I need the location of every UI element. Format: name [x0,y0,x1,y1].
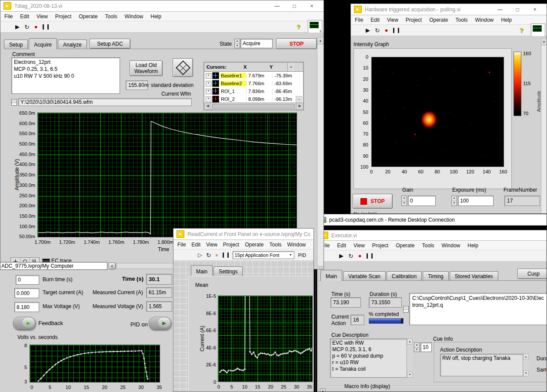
menu-item-file[interactable]: File [355,17,363,23]
tab-main[interactable]: Main [191,265,213,276]
wfm-path-control[interactable]: Y:\2020\10\30\160414.945.wfm [11,98,192,106]
scroll-up-icon[interactable]: ▲ [523,354,529,360]
colorbar[interactable] [514,52,521,116]
menu-item-help[interactable]: Help [150,13,161,20]
run-continuous-icon[interactable]: ↻ [206,252,211,258]
scroll-up-icon[interactable]: ▲ [541,38,547,45]
scroll-down-icon[interactable]: ▼ [407,372,413,378]
run-continuous-icon[interactable]: ↻ [375,27,380,33]
expander-icon[interactable]: + [206,96,211,102]
cusp-button[interactable]: Cusp [517,269,547,279]
abort-icon[interactable]: ● [385,27,388,33]
vi-icon[interactable]: 1 [308,20,322,33]
run-continuous-icon[interactable]: ↻ [348,253,354,259]
spin-up-icon[interactable]: ▲ [320,389,325,392]
cursor-name[interactable]: Baseline1 [220,73,246,78]
menu-item-file[interactable]: File [4,13,13,20]
cue-description-box[interactable]: EVC with RW MCP 0.25, 3.1, 6 p = 60 V pu… [330,339,412,378]
scroll-left-icon[interactable]: ◀ [204,103,211,110]
maximize-icon[interactable]: □ [286,1,303,11]
volts-graph-plot[interactable] [30,345,160,382]
menu-item-edit[interactable]: Edit [20,13,29,20]
close-icon[interactable]: × [526,4,544,15]
tab-stored-variables[interactable]: Stored Variables [450,271,498,281]
cue-path-value[interactable]: C:\CuspControl\Cusp\1_Cues\Electrons\202… [409,293,547,325]
macro-stepper-clipped[interactable]: ▲ [320,389,326,392]
state-field[interactable]: Acquire [240,39,273,48]
menu-item-view[interactable]: View [354,243,365,249]
load-old-waveform-button[interactable]: Load Old Waveform [130,60,163,76]
tab-analyze[interactable]: Analyze [58,40,87,49]
menu-item-operate[interactable]: Operate [79,13,97,20]
menu-item-edit[interactable]: Edit [337,243,346,249]
cursors-horizontal-scrollbar[interactable]: ◀▶ [204,103,303,110]
hw-stop-button[interactable]: STOP [353,194,393,209]
tab-timing[interactable]: Timing [423,271,449,281]
expander-icon[interactable]: + [206,73,211,79]
menu-item-window[interactable]: Window [125,13,143,20]
menu-item-window[interactable]: Window [287,242,306,248]
expander-icon[interactable]: + [206,81,211,86]
vertical-scrollbar[interactable]: ▲ [541,38,547,214]
scroll-up-icon[interactable]: ▲ [317,37,324,44]
maximize-icon[interactable]: □ [509,4,526,15]
menu-item-edit[interactable]: Edit [370,17,380,23]
spin-down-icon[interactable]: ▼ [402,201,407,206]
menu-item-view[interactable]: View [206,242,217,248]
feedback-toggle[interactable]: ▶ [13,317,36,330]
run-icon[interactable]: ▷ [198,252,202,258]
scrollbar-thumb[interactable] [212,104,295,109]
menu-item-window[interactable]: Window [475,17,494,23]
minimize-icon[interactable]: — [268,1,286,11]
menu-item-operate[interactable]: Operate [245,242,263,248]
menu-item-project[interactable]: Project [406,17,422,23]
exposure-stepper[interactable]: ▲ ▼ [451,196,457,206]
menu-item-tools[interactable]: Tools [422,243,434,249]
action-description-box[interactable]: RW off, stop charging Tanaka [440,354,528,376]
run-continuous-icon[interactable]: ↻ [24,24,30,30]
menu-item-edit[interactable]: Edit [191,242,200,248]
exposure-field[interactable]: 100 [458,196,494,206]
help-icon[interactable]: ? [520,27,526,34]
scroll-down-icon[interactable]: ▼ [296,96,302,103]
run-icon[interactable]: ▶ [366,27,370,33]
abort-icon[interactable]: ● [34,24,38,30]
menu-item-tools[interactable]: Tools [270,242,282,248]
menu-item-help[interactable]: Help [467,243,478,249]
tab-setup[interactable]: Setup [4,40,28,49]
cursor-row[interactable]: +ROI_28.098m-96.13m [204,95,303,103]
cue-description-scrollbar[interactable]: ▲ ▼ [407,339,413,378]
gain-field[interactable]: 0 [408,196,436,206]
waveform-graph-plot[interactable] [37,113,297,237]
target-current-field[interactable]: 0.000 [14,288,39,298]
menu-item-operate[interactable]: Operate [396,243,414,249]
waveform-palette-button[interactable] [173,58,193,77]
menu-item-help[interactable]: Help [501,17,512,23]
stop-button[interactable]: STOP [276,38,317,49]
font-selector[interactable]: 15pt Application Font ▼ [233,251,294,259]
tab-acquire[interactable]: Acquire [29,38,57,49]
spin-up-icon[interactable]: ▲ [452,196,457,201]
run-icon[interactable]: ▶ [15,24,20,30]
menu-item-project[interactable]: Project [372,243,388,249]
hw-titlebar[interactable]: ▶ Hardware triggered acquisition - polli… [351,4,547,15]
spin-down-icon[interactable]: ▼ [452,201,457,206]
abort-icon[interactable]: ● [358,253,362,259]
menu-item-project[interactable]: Project [55,13,71,20]
cursor-row[interactable]: +Baseline27.766m-83.69m [204,80,303,87]
rc-titlebar[interactable]: ▶ ReadCurrent.vi Front Panel on e-source… [173,229,314,240]
tab-settings[interactable]: Settings [213,266,243,276]
tdiag-titlebar[interactable]: ▶ Tdiag_2020-08-13.vi — □ × [0,0,324,12]
vi-icon[interactable] [531,23,545,37]
menu-item-file[interactable]: File [177,242,186,248]
mean-graph-plot[interactable] [218,296,313,382]
setup-adc-button[interactable]: Setup ADC [90,39,130,49]
close-icon[interactable]: × [303,1,320,11]
menu-item-view[interactable]: View [37,13,48,20]
expander-icon[interactable]: + [206,89,211,94]
tab-variable-scan[interactable]: Variable Scan [343,271,386,281]
cursor-row[interactable]: +Baseline17.679m-75.39m [204,72,303,80]
abort-icon[interactable]: ● [215,252,219,258]
spin-down-icon[interactable]: ▼ [414,348,419,352]
run-icon[interactable]: ▶ [339,253,344,259]
